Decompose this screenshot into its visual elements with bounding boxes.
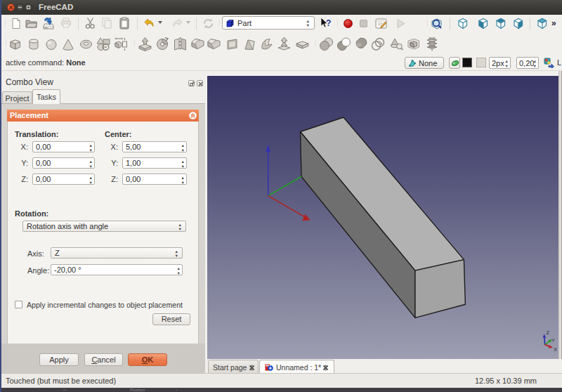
svg-text:Z: Z bbox=[547, 329, 550, 336]
svg-text:X: X bbox=[554, 346, 557, 353]
svg-text:Y: Y bbox=[551, 337, 555, 344]
svg-text:?: ? bbox=[326, 18, 331, 28]
